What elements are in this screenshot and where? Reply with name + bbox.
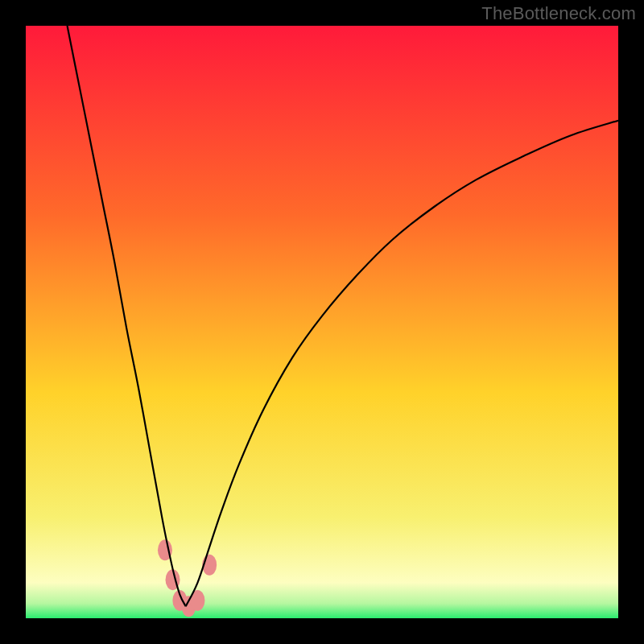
bottleneck-chart xyxy=(26,26,618,618)
outer-frame: TheBottleneck.com xyxy=(0,0,644,644)
gradient-background xyxy=(26,26,618,618)
plot-area xyxy=(26,26,618,618)
watermark-text: TheBottleneck.com xyxy=(481,3,636,24)
